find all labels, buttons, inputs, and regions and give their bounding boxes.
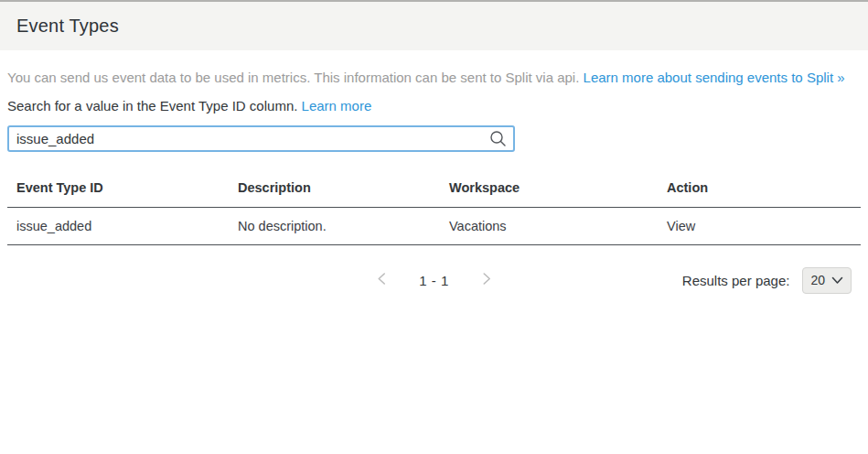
intro-description: You can send us event data to be used in… [7,70,579,85]
chevron-right-icon [482,272,492,288]
results-per-page: Results per page: 20 [682,267,861,294]
chevron-left-icon [376,272,386,288]
table-row: issue_added No description. Vacations Vi… [7,208,861,245]
search-hint-description: Search for a value in the Event Type ID … [7,98,297,114]
results-per-page-select[interactable]: 20 [802,267,852,294]
cell-workspace: Vacations [440,208,658,245]
search-hint-text: Search for a value in the Event Type ID … [7,98,861,114]
learn-more-link[interactable]: Learn more [302,98,372,114]
cell-action: View [658,208,861,245]
search-input-wrapper [7,125,515,152]
cell-description: No description. [229,208,440,245]
column-header-workspace: Workspace [440,171,658,208]
search-icon[interactable] [482,130,513,147]
results-per-page-label: Results per page: [682,273,790,288]
table-header-row: Event Type ID Description Workspace Acti… [7,171,861,208]
learn-more-sending-events-link[interactable]: Learn more about sending events to Split… [584,70,845,85]
event-types-table: Event Type ID Description Workspace Acti… [7,171,861,245]
intro-text: You can send us event data to be used in… [7,70,861,86]
cell-event-type-id: issue_added [7,208,229,245]
column-header-description: Description [229,171,440,208]
pagination-prev-button[interactable] [374,270,388,290]
column-header-event-type-id: Event Type ID [7,171,229,208]
pagination-next-button[interactable] [480,270,494,290]
search-input[interactable] [9,127,482,150]
pager: 1 - 1 [374,270,494,290]
results-per-page-value: 20 [810,273,825,287]
main-content: You can send us event data to be used in… [0,70,868,297]
pagination-bar: 1 - 1 Results per page: 20 [7,264,861,297]
page-title: Event Types [16,16,119,37]
view-action-link[interactable]: View [667,219,695,233]
page-range: 1 - 1 [419,273,449,288]
chevron-down-icon [831,273,843,287]
column-header-action: Action [658,171,861,208]
page-header: Event Types [0,0,868,50]
